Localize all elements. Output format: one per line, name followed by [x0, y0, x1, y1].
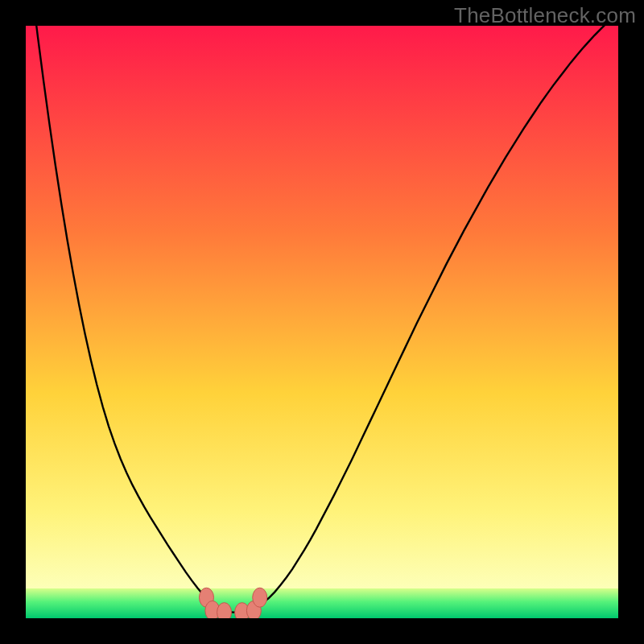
watermark-text: TheBottleneck.com	[454, 3, 636, 28]
plot-area	[26, 26, 618, 618]
chart-outer-frame: TheBottleneck.com	[0, 0, 644, 644]
curve-marker	[217, 603, 232, 618]
green-zone-band	[26, 588, 618, 618]
curve-marker	[253, 588, 267, 607]
bottleneck-chart	[26, 26, 618, 618]
gradient-background	[26, 26, 618, 618]
